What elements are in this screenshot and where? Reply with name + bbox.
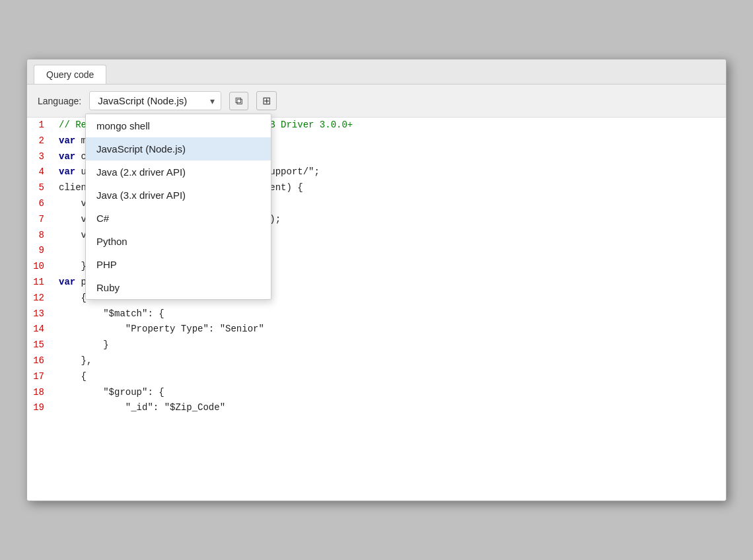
line-number: 14 [27,322,54,337]
tab-bar: Query code [27,59,726,85]
line-number: 15 [27,337,54,353]
line-code: "$match": { [54,306,726,322]
line-number: 17 [27,369,54,385]
table-row: 13 "$match": { [27,306,726,322]
line-number: 19 [27,400,54,416]
toolbar: Language: mongo shell JavaScript (Node.j… [27,85,726,118]
dropdown-option-php[interactable]: PHP [86,253,271,276]
line-code: "$group": { [54,385,726,401]
main-window: Query code Language: mongo shell JavaScr… [26,59,727,501]
table-row: 16 }, [27,353,726,369]
dropdown-option-java2[interactable]: Java (2.x driver API) [86,160,271,184]
dropdown-option-ruby[interactable]: Ruby [86,276,271,299]
line-number: 18 [27,385,54,401]
line-code: "Property Type": "Senior" [54,322,726,337]
line-code: "_id": "$Zip_Code" [54,400,726,416]
table-row: 17 { [27,369,726,385]
dropdown-option-python[interactable]: Python [86,230,271,253]
dropdown-option-csharp[interactable]: C# [86,207,271,230]
line-number: 6 [27,196,54,212]
copy-icon: ⧉ [235,95,242,107]
line-code: } [54,337,726,353]
table-row: 19 "_id": "$Zip_Code" [27,400,726,416]
line-code: { [54,369,726,385]
dropdown-option-mongo-shell[interactable]: mongo shell [86,114,271,137]
language-select-wrapper: mongo shell JavaScript (Node.js) Java (2… [89,91,221,110]
language-dropdown: mongo shell JavaScript (Node.js) Java (2… [85,114,271,300]
dropdown-option-java3[interactable]: Java (3.x driver API) [86,184,271,207]
line-number: 11 [27,275,54,291]
tab-query-code[interactable]: Query code [34,65,106,84]
line-number: 8 [27,228,54,244]
line-number: 5 [27,180,54,196]
terminal-button[interactable]: ⊞ [256,91,277,110]
line-number: 4 [27,164,54,180]
terminal-icon: ⊞ [262,94,271,107]
line-number: 12 [27,291,54,306]
table-row: 18 "$group": { [27,385,726,401]
table-row: 14 "Property Type": "Senior" [27,322,726,337]
line-number: 3 [27,149,54,165]
language-select[interactable]: mongo shell JavaScript (Node.js) Java (2… [89,91,221,110]
copy-button[interactable]: ⧉ [229,92,248,110]
line-number: 1 [27,118,54,133]
line-code: }, [54,353,726,369]
line-number: 2 [27,133,54,149]
line-number: 9 [27,243,54,259]
line-number: 16 [27,353,54,369]
language-label: Language: [38,96,81,106]
line-number: 7 [27,212,54,228]
line-number: 13 [27,306,54,322]
dropdown-option-javascript[interactable]: JavaScript (Node.js) [86,137,271,160]
table-row: 15 } [27,337,726,353]
line-number: 10 [27,259,54,275]
